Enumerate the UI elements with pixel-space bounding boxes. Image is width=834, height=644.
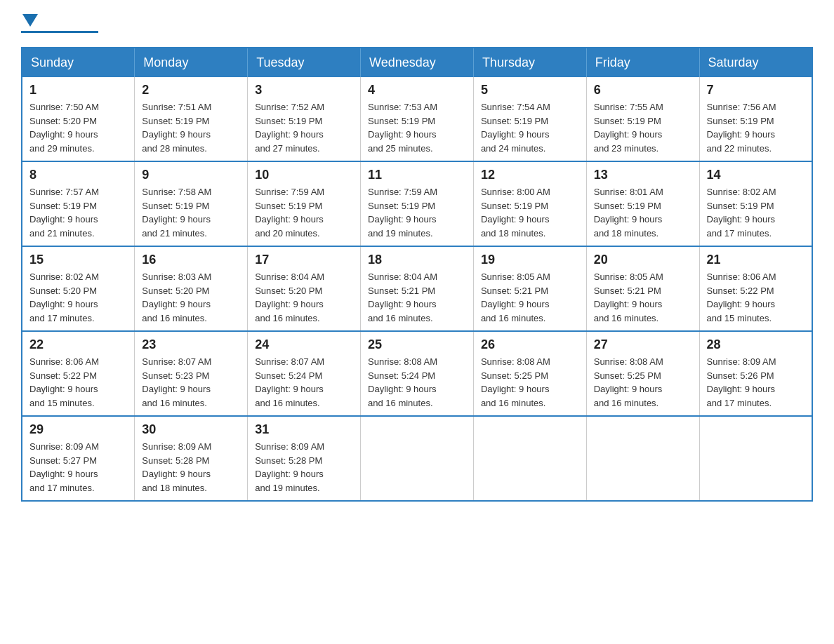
day-info: Sunrise: 8:05 AM Sunset: 5:21 PM Dayligh…: [481, 270, 579, 325]
week-row-1: 1 Sunrise: 7:50 AM Sunset: 5:20 PM Dayli…: [22, 77, 812, 161]
day-number: 1: [29, 83, 127, 98]
day-number: 24: [255, 337, 353, 352]
logo: [21, 14, 98, 33]
day-info: Sunrise: 8:00 AM Sunset: 5:19 PM Dayligh…: [481, 185, 579, 240]
day-header-friday: Friday: [586, 48, 699, 77]
day-number: 31: [255, 422, 353, 437]
day-header-wednesday: Wednesday: [361, 48, 474, 77]
day-info: Sunrise: 8:09 AM Sunset: 5:28 PM Dayligh…: [255, 440, 353, 495]
day-info: Sunrise: 8:02 AM Sunset: 5:20 PM Dayligh…: [29, 270, 127, 325]
day-info: Sunrise: 8:06 AM Sunset: 5:22 PM Dayligh…: [707, 270, 805, 325]
day-number: 3: [255, 83, 353, 98]
day-number: 11: [368, 168, 466, 182]
day-cell-16: 16 Sunrise: 8:03 AM Sunset: 5:20 PM Dayl…: [135, 246, 248, 331]
week-row-2: 8 Sunrise: 7:57 AM Sunset: 5:19 PM Dayli…: [22, 161, 812, 246]
empty-cell: [473, 416, 586, 501]
day-number: 30: [142, 422, 240, 437]
day-number: 7: [707, 83, 805, 98]
day-info: Sunrise: 7:54 AM Sunset: 5:19 PM Dayligh…: [481, 100, 579, 155]
day-cell-13: 13 Sunrise: 8:01 AM Sunset: 5:19 PM Dayl…: [586, 161, 699, 246]
day-cell-4: 4 Sunrise: 7:53 AM Sunset: 5:19 PM Dayli…: [361, 77, 474, 161]
day-cell-31: 31 Sunrise: 8:09 AM Sunset: 5:28 PM Dayl…: [248, 416, 361, 501]
week-row-5: 29 Sunrise: 8:09 AM Sunset: 5:27 PM Dayl…: [22, 416, 812, 501]
day-info: Sunrise: 7:55 AM Sunset: 5:19 PM Dayligh…: [594, 100, 692, 155]
day-info: Sunrise: 8:09 AM Sunset: 5:27 PM Dayligh…: [29, 440, 127, 495]
day-number: 28: [707, 337, 805, 352]
day-cell-26: 26 Sunrise: 8:08 AM Sunset: 5:25 PM Dayl…: [473, 331, 586, 416]
empty-cell: [699, 416, 812, 501]
day-header-monday: Monday: [135, 48, 248, 77]
day-cell-27: 27 Sunrise: 8:08 AM Sunset: 5:25 PM Dayl…: [586, 331, 699, 416]
day-info: Sunrise: 7:59 AM Sunset: 5:19 PM Dayligh…: [368, 185, 466, 240]
day-info: Sunrise: 8:03 AM Sunset: 5:20 PM Dayligh…: [142, 270, 240, 325]
day-info: Sunrise: 7:58 AM Sunset: 5:19 PM Dayligh…: [142, 185, 240, 240]
week-row-3: 15 Sunrise: 8:02 AM Sunset: 5:20 PM Dayl…: [22, 246, 812, 331]
day-cell-15: 15 Sunrise: 8:02 AM Sunset: 5:20 PM Dayl…: [22, 246, 135, 331]
day-number: 16: [142, 253, 240, 267]
empty-cell: [361, 416, 474, 501]
day-number: 27: [594, 337, 692, 352]
day-number: 26: [481, 337, 579, 352]
logo-triangle-icon: [22, 14, 38, 27]
day-info: Sunrise: 7:51 AM Sunset: 5:19 PM Dayligh…: [142, 100, 240, 155]
page-header: [21, 14, 813, 33]
day-info: Sunrise: 8:07 AM Sunset: 5:24 PM Dayligh…: [255, 355, 353, 410]
day-cell-18: 18 Sunrise: 8:04 AM Sunset: 5:21 PM Dayl…: [361, 246, 474, 331]
day-cell-1: 1 Sunrise: 7:50 AM Sunset: 5:20 PM Dayli…: [22, 77, 135, 161]
day-cell-30: 30 Sunrise: 8:09 AM Sunset: 5:28 PM Dayl…: [135, 416, 248, 501]
day-cell-14: 14 Sunrise: 8:02 AM Sunset: 5:19 PM Dayl…: [699, 161, 812, 246]
day-info: Sunrise: 7:59 AM Sunset: 5:19 PM Dayligh…: [255, 185, 353, 240]
day-header-thursday: Thursday: [473, 48, 586, 77]
day-cell-24: 24 Sunrise: 8:07 AM Sunset: 5:24 PM Dayl…: [248, 331, 361, 416]
day-number: 19: [481, 253, 579, 267]
day-header-sunday: Sunday: [22, 48, 135, 77]
day-cell-17: 17 Sunrise: 8:04 AM Sunset: 5:20 PM Dayl…: [248, 246, 361, 331]
day-cell-28: 28 Sunrise: 8:09 AM Sunset: 5:26 PM Dayl…: [699, 331, 812, 416]
day-number: 21: [707, 253, 805, 267]
day-info: Sunrise: 8:09 AM Sunset: 5:26 PM Dayligh…: [707, 355, 805, 410]
day-number: 5: [481, 83, 579, 98]
day-number: 25: [368, 337, 466, 352]
day-info: Sunrise: 8:05 AM Sunset: 5:21 PM Dayligh…: [594, 270, 692, 325]
svg-marker-0: [22, 14, 38, 27]
day-number: 15: [29, 253, 127, 267]
day-number: 14: [707, 168, 805, 182]
day-cell-20: 20 Sunrise: 8:05 AM Sunset: 5:21 PM Dayl…: [586, 246, 699, 331]
day-cell-5: 5 Sunrise: 7:54 AM Sunset: 5:19 PM Dayli…: [473, 77, 586, 161]
day-number: 9: [142, 168, 240, 182]
day-info: Sunrise: 8:09 AM Sunset: 5:28 PM Dayligh…: [142, 440, 240, 495]
day-cell-29: 29 Sunrise: 8:09 AM Sunset: 5:27 PM Dayl…: [22, 416, 135, 501]
day-cell-2: 2 Sunrise: 7:51 AM Sunset: 5:19 PM Dayli…: [135, 77, 248, 161]
day-cell-3: 3 Sunrise: 7:52 AM Sunset: 5:19 PM Dayli…: [248, 77, 361, 161]
day-info: Sunrise: 8:04 AM Sunset: 5:21 PM Dayligh…: [368, 270, 466, 325]
day-number: 17: [255, 253, 353, 267]
day-info: Sunrise: 7:57 AM Sunset: 5:19 PM Dayligh…: [29, 185, 127, 240]
day-cell-10: 10 Sunrise: 7:59 AM Sunset: 5:19 PM Dayl…: [248, 161, 361, 246]
day-info: Sunrise: 8:08 AM Sunset: 5:25 PM Dayligh…: [481, 355, 579, 410]
day-cell-9: 9 Sunrise: 7:58 AM Sunset: 5:19 PM Dayli…: [135, 161, 248, 246]
day-info: Sunrise: 7:52 AM Sunset: 5:19 PM Dayligh…: [255, 100, 353, 155]
day-number: 4: [368, 83, 466, 98]
day-number: 6: [594, 83, 692, 98]
day-info: Sunrise: 8:08 AM Sunset: 5:25 PM Dayligh…: [594, 355, 692, 410]
day-number: 12: [481, 168, 579, 182]
day-cell-19: 19 Sunrise: 8:05 AM Sunset: 5:21 PM Dayl…: [473, 246, 586, 331]
day-number: 8: [29, 168, 127, 182]
week-row-4: 22 Sunrise: 8:06 AM Sunset: 5:22 PM Dayl…: [22, 331, 812, 416]
day-cell-6: 6 Sunrise: 7:55 AM Sunset: 5:19 PM Dayli…: [586, 77, 699, 161]
day-info: Sunrise: 8:07 AM Sunset: 5:23 PM Dayligh…: [142, 355, 240, 410]
day-number: 13: [594, 168, 692, 182]
day-cell-22: 22 Sunrise: 8:06 AM Sunset: 5:22 PM Dayl…: [22, 331, 135, 416]
empty-cell: [586, 416, 699, 501]
day-info: Sunrise: 7:56 AM Sunset: 5:19 PM Dayligh…: [707, 100, 805, 155]
day-info: Sunrise: 8:08 AM Sunset: 5:24 PM Dayligh…: [368, 355, 466, 410]
day-cell-23: 23 Sunrise: 8:07 AM Sunset: 5:23 PM Dayl…: [135, 331, 248, 416]
day-cell-7: 7 Sunrise: 7:56 AM Sunset: 5:19 PM Dayli…: [699, 77, 812, 161]
day-header-row: SundayMondayTuesdayWednesdayThursdayFrid…: [22, 48, 812, 77]
day-cell-25: 25 Sunrise: 8:08 AM Sunset: 5:24 PM Dayl…: [361, 331, 474, 416]
day-number: 29: [29, 422, 127, 437]
day-number: 18: [368, 253, 466, 267]
day-cell-11: 11 Sunrise: 7:59 AM Sunset: 5:19 PM Dayl…: [361, 161, 474, 246]
day-number: 20: [594, 253, 692, 267]
day-info: Sunrise: 7:50 AM Sunset: 5:20 PM Dayligh…: [29, 100, 127, 155]
